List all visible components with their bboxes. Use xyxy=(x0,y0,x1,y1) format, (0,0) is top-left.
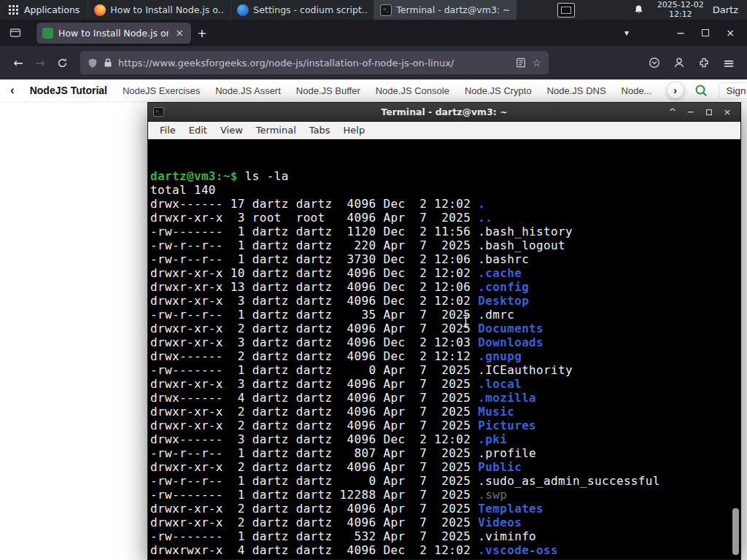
pocket-icon[interactable] xyxy=(643,52,665,74)
account-glyph xyxy=(673,57,685,69)
terminal-line: total 140 xyxy=(150,183,740,197)
terminal-minimize-button[interactable]: − xyxy=(683,105,699,120)
terminal-line: drwxr-xr-x 3 dartz dartz 4096 Dec 2 12:0… xyxy=(150,335,740,349)
gfg-favicon xyxy=(42,28,53,39)
site-nav-link[interactable]: Node.JS Crypto xyxy=(465,85,532,96)
tab-close-icon[interactable]: × xyxy=(174,27,185,39)
tab-bar: How to Install Node.js on... × + ▾ − × xyxy=(0,20,747,46)
terminal-shade-button[interactable]: ^ xyxy=(665,105,681,120)
terminal-line: drwxr-xr-x 2 dartz dartz 4096 Apr 7 2025… xyxy=(150,322,740,335)
site-nav-link[interactable]: Node.JS DNS xyxy=(547,85,606,96)
terminal-line: drwxr-xr-x 3 dartz dartz 4096 Apr 7 2025… xyxy=(150,377,740,391)
terminal-menu-view[interactable]: View xyxy=(214,125,249,136)
browser-tab[interactable]: How to Install Node.js on... × xyxy=(36,23,191,44)
url-bar[interactable]: https://www.geeksforgeeks.org/node-js/in… xyxy=(80,51,549,74)
terminal-line: -rw------- 1 dartz dartz 12288 Apr 7 202… xyxy=(150,488,740,502)
terminal-menu-tabs[interactable]: Tabs xyxy=(303,125,337,136)
firefox-icon xyxy=(94,4,106,16)
terminal-line: drwx------ 4 dartz dartz 4096 Apr 7 2025… xyxy=(150,391,740,405)
terminal-line: -rw-r--r-- 1 dartz dartz 3730 Dec 2 12:0… xyxy=(150,252,740,266)
taskbar-label: Terminal - dartz@vm3: ~ xyxy=(396,4,510,15)
extensions-glyph xyxy=(698,57,710,69)
top-panel: Applications How to Install Node.js o...… xyxy=(0,0,747,20)
terminal-title-bar[interactable]: >_ Terminal - dartz@vm3: ~ ^ − × xyxy=(148,103,740,122)
terminal-line: drwx------ 3 dartz dartz 4096 Dec 2 12:0… xyxy=(150,432,740,446)
terminal-window-controls: ^ − × xyxy=(665,105,735,120)
tab-title: How to Install Node.js on... xyxy=(58,28,169,39)
window-minimize-button[interactable]: − xyxy=(668,22,693,44)
notification-bell-icon[interactable] xyxy=(633,4,644,15)
nav-scroll-right-button[interactable]: › xyxy=(667,82,684,98)
terminal-line: -rw------- 1 dartz dartz 0 Apr 7 2025 .I… xyxy=(150,363,740,377)
taskbar-label: Settings - codium script... xyxy=(253,4,368,15)
pocket-glyph xyxy=(649,57,660,69)
navigation-toolbar: ← → https://www.geeksforgeeks.org/node-j… xyxy=(0,46,747,79)
terminal-window-icon: >_ xyxy=(153,107,164,117)
terminal-line: drwxr-xr-x 2 dartz dartz 4096 Apr 7 2025… xyxy=(150,460,740,474)
nav-scroll-left-icon[interactable]: ‹ xyxy=(10,83,15,98)
taskbar-item-firefox[interactable]: How to Install Node.js o... xyxy=(88,0,231,20)
site-nav-primary-link[interactable]: NodeJS Tutorial xyxy=(30,85,107,96)
terminal-menu-file[interactable]: File xyxy=(153,125,182,136)
terminal-line: -rw-r--r-- 1 dartz dartz 220 Apr 7 2025 … xyxy=(150,238,740,252)
site-nav-link[interactable]: Node.JS Console xyxy=(376,85,449,96)
site-nav-link[interactable]: Node... xyxy=(622,85,652,96)
new-tab-button[interactable]: + xyxy=(191,22,213,44)
terminal-menu-help[interactable]: Help xyxy=(337,125,372,136)
site-nav-band: ‹ NodeJS Tutorial NodeJS Exercises Node.… xyxy=(0,79,747,102)
terminal-output[interactable]: dartz@vm3:~$ ls -latotal 140drwx------ 1… xyxy=(148,139,740,559)
applications-grid-icon xyxy=(8,4,19,15)
tab-list-dropdown-icon[interactable]: ▾ xyxy=(616,22,638,44)
reload-glyph xyxy=(57,58,68,69)
clock[interactable]: 2025-12-02 12:12 xyxy=(657,1,704,19)
extensions-icon[interactable] xyxy=(693,52,715,74)
terminal-menu-edit[interactable]: Edit xyxy=(182,125,214,136)
back-button[interactable]: ← xyxy=(7,52,29,74)
bookmark-star-icon[interactable]: ☆ xyxy=(532,57,541,69)
search-icon[interactable] xyxy=(694,84,708,97)
terminal-line: -rw------- 1 dartz dartz 532 Apr 7 2025 … xyxy=(150,529,740,543)
terminal-line: drwxrwxr-x 4 dartz dartz 4096 Dec 2 12:0… xyxy=(150,543,740,557)
site-nav-link[interactable]: NodeJS Exercises xyxy=(123,85,200,96)
lock-icon xyxy=(104,58,112,68)
terminal-title: Terminal - dartz@vm3: ~ xyxy=(148,106,740,117)
window-maximize-button[interactable] xyxy=(693,22,718,44)
reader-mode-icon[interactable] xyxy=(516,58,526,68)
sign-in-button[interactable]: Sign In xyxy=(719,82,747,99)
terminal-close-button[interactable]: × xyxy=(719,105,735,120)
terminal-menu-terminal[interactable]: Terminal xyxy=(249,125,303,136)
terminal-line: drwxr-xr-x 2 dartz dartz 4096 Apr 7 2025… xyxy=(150,502,740,516)
terminal-maximize-button[interactable] xyxy=(701,105,717,120)
site-nav-right: › Sign In xyxy=(667,82,747,99)
terminal-menu-bar: File Edit View Terminal Tabs Help xyxy=(148,122,740,139)
window-close-button[interactable]: × xyxy=(718,22,743,44)
taskbar-label: How to Install Node.js o... xyxy=(110,4,225,15)
terminal-tray-glyph xyxy=(561,7,571,14)
terminal-line: drwxr-xr-x 13 dartz dartz 4096 Dec 2 12:… xyxy=(150,280,740,294)
terminal-line: drwxr-xr-x 3 dartz dartz 4096 Dec 2 12:0… xyxy=(150,294,740,308)
terminal-line: -rw-r--r-- 1 dartz dartz 807 Apr 7 2025 … xyxy=(150,446,740,460)
url-text[interactable]: https://www.geeksforgeeks.org/node-js/in… xyxy=(118,58,510,69)
terminal-maximize-glyph xyxy=(706,109,712,115)
terminal-line: -rw------- 1 dartz dartz 48 Dec 2 10:39 … xyxy=(150,557,740,559)
taskbar-item-codium[interactable]: Settings - codium script... xyxy=(231,0,374,20)
menu-icon[interactable]: ≡ xyxy=(718,52,740,74)
terminal-icon: >_ xyxy=(380,4,392,16)
terminal-window: >_ Terminal - dartz@vm3: ~ ^ − × File Ed… xyxy=(147,102,741,560)
clock-date: 2025-12-02 xyxy=(657,1,704,10)
account-icon[interactable] xyxy=(668,52,690,74)
user-menu[interactable]: Dartz xyxy=(713,4,738,15)
terminal-scrollbar-thumb[interactable] xyxy=(732,508,739,555)
forward-button[interactable]: → xyxy=(29,52,51,74)
taskbar-item-terminal[interactable]: >_ Terminal - dartz@vm3: ~ xyxy=(374,0,516,20)
tracking-protection-shield-icon[interactable] xyxy=(88,58,98,69)
applications-menu-button[interactable]: Applications xyxy=(0,0,88,20)
reload-button[interactable] xyxy=(51,52,73,74)
terminal-line: -rw------- 1 dartz dartz 1120 Dec 2 11:5… xyxy=(150,225,740,238)
terminal-line: drwxr-xr-x 2 dartz dartz 4096 Apr 7 2025… xyxy=(150,419,740,432)
site-nav-link[interactable]: Node.JS Buffer xyxy=(296,85,360,96)
firefox-view-icon[interactable] xyxy=(4,22,26,44)
terminal-tray-icon[interactable] xyxy=(557,3,575,18)
applications-label: Applications xyxy=(24,4,80,15)
site-nav-link[interactable]: Node.JS Assert xyxy=(215,85,281,96)
